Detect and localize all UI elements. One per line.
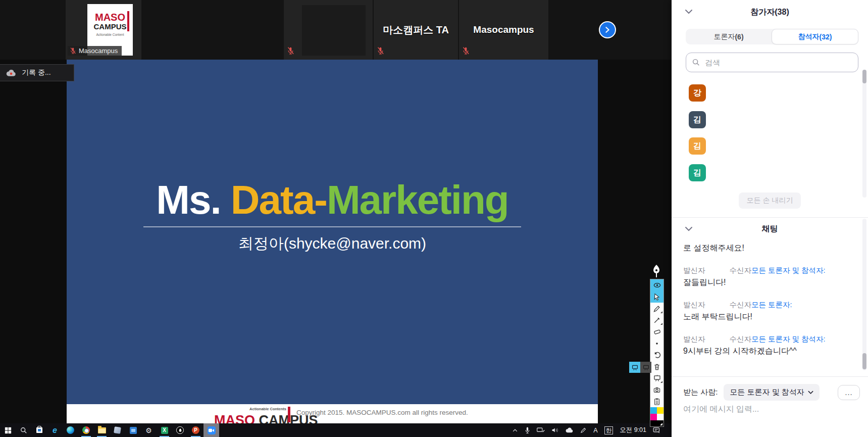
file-explorer-icon[interactable] [94, 423, 110, 437]
next-participants-button[interactable] [599, 21, 616, 38]
attendee-row[interactable]: 김 [689, 137, 706, 155]
tray-chevron-up-icon[interactable] [512, 427, 518, 433]
video-strip: MASO CAMPUS Actionable Content Masocampu… [0, 0, 672, 60]
chat-message-meta: 발신자 수신자 모든 토론자 및 참석자: [683, 265, 853, 276]
participant-name: Masocampus [79, 47, 118, 55]
chrome-icon[interactable] [78, 423, 94, 437]
lower-hands-row: 모든 손 내리기 [672, 192, 868, 209]
logo-tagline: Actionable Content [87, 33, 133, 36]
footer-logo-maso: MASO [214, 413, 255, 423]
whiteboard-option-active[interactable] [629, 362, 640, 373]
chat-message-list: 로 설정해주세요! 발신자 수신자 모든 토론자 및 참석자: 잘들립니다! 발… [683, 241, 853, 368]
chat-panel-title: 채팅 [672, 224, 868, 234]
slide-title-data: Data- [221, 177, 327, 222]
lower-all-hands-button[interactable]: 모든 손 내리기 [739, 192, 801, 209]
search-input[interactable] [704, 58, 852, 67]
whiteboard-tool[interactable] [650, 372, 663, 384]
excel-icon[interactable]: X [157, 423, 172, 437]
draw-pen-tool[interactable] [650, 303, 663, 314]
photos-app-icon[interactable] [125, 423, 141, 437]
mic-muted-icon [377, 46, 385, 56]
chat-message-text: 노래 부탁드립니다! [683, 310, 853, 323]
tray-pen-icon[interactable] [580, 427, 587, 433]
chat-compose-row: 받는 사람: 모든 토론자 및 참석자 … [683, 384, 860, 401]
3d-viewer-icon[interactable] [110, 423, 125, 437]
attendee-row[interactable]: 강 [689, 84, 706, 102]
windows-ink-icon[interactable] [172, 423, 188, 437]
mic-muted-icon [287, 46, 295, 56]
chat-more-button[interactable]: … [838, 385, 860, 400]
ime-latin-indicator[interactable]: A [593, 427, 597, 434]
attendee-row[interactable]: 김 [689, 111, 706, 128]
format-eye-tool[interactable] [650, 279, 663, 291]
video-tile-screen[interactable] [284, 0, 373, 60]
windows-taskbar: e ⚙ X P [0, 423, 672, 437]
chat-scrollbar[interactable] [862, 219, 866, 370]
recipient-dropdown-value: 모든 토론자 및 참석자 [730, 387, 804, 397]
footer-red-bar [288, 407, 290, 422]
recording-label: 기록 중... [22, 68, 51, 77]
slide-footer: Actionable Contents MASO CAMPUS Copyrigh… [67, 404, 598, 423]
taskbar-clock[interactable]: 오전 9:01 [620, 426, 646, 434]
tray-microphone-icon[interactable] [525, 427, 530, 434]
participant-name: Masocampus [459, 0, 548, 60]
notification-center-icon[interactable] [653, 427, 660, 433]
chat-recipient: 모든 토론자: [751, 299, 792, 310]
tray-tablet-pen-icon[interactable] [537, 427, 545, 433]
footer-tagline: Actionable Contents [223, 407, 286, 411]
ime-korean-indicator[interactable]: 한 [604, 426, 614, 434]
chat-message-text: 잘들립니다! [683, 276, 853, 289]
participants-scrollbar[interactable] [862, 70, 866, 198]
mouse-cursor-tool[interactable] [650, 291, 663, 303]
settings-gear-icon[interactable]: ⚙ [141, 423, 157, 437]
trash-tool[interactable] [650, 361, 663, 372]
zoom-app-icon[interactable] [203, 423, 219, 437]
recipient-dropdown[interactable]: 모든 토론자 및 참석자 [724, 384, 820, 401]
logo-text-maso: MASO [87, 12, 133, 22]
participant-name-label: Masocampus [68, 46, 122, 56]
clipboard-tool[interactable] [650, 396, 663, 407]
tab-panelists[interactable]: 토론자(6) [686, 29, 772, 44]
dot-size-tool[interactable] [650, 337, 663, 349]
participant-search-box [686, 53, 858, 72]
powerpoint-icon[interactable]: P [188, 423, 203, 437]
chat-input-placeholder[interactable]: 여기에 메시지 입력... [683, 404, 759, 415]
color-swatch-black[interactable] [650, 420, 663, 426]
edge-icon[interactable] [63, 423, 78, 437]
tab-attendees[interactable]: 참석자(32) [772, 29, 858, 44]
video-tile-masocampus-logo[interactable]: MASO CAMPUS Actionable Content Masocampu… [66, 0, 141, 60]
color-swatch-yellow[interactable] [657, 407, 663, 414]
spotlight-pen-icon[interactable] [651, 264, 661, 277]
color-swatch-cyan[interactable] [650, 407, 657, 414]
slide-title-marketing: Marketing [327, 177, 508, 222]
undo-tool[interactable] [650, 349, 663, 361]
color-swatch-magenta[interactable] [650, 414, 657, 420]
tray-speaker-icon[interactable] [551, 427, 559, 433]
chat-message: 로 설정해주세요! [683, 241, 853, 255]
video-tile-ta[interactable]: 마소캠퍼스 TA [374, 0, 458, 60]
internet-explorer-icon[interactable]: e [47, 423, 63, 437]
participants-tabs: 토론자(6) 참석자(32) [686, 29, 858, 44]
slide-title-ms: Ms. [156, 177, 220, 222]
attendee-row[interactable]: 김 [689, 164, 706, 181]
start-button[interactable] [0, 423, 16, 437]
avatar: 김 [693, 115, 701, 125]
taskbar-search-icon[interactable] [16, 423, 31, 437]
eraser-tool[interactable] [650, 326, 663, 337]
meeting-sidebar: 참가자(38) 토론자(6) 참석자(32) 강 김 김 김 모든 손 내리기 [672, 0, 868, 437]
microsoft-store-icon[interactable] [31, 423, 47, 437]
logo-red-bar [127, 11, 129, 31]
chat-message: 발신자 수신자 모든 토론자 및 참석자: 9시부터 강의 시작하겠습니다^^ [683, 333, 853, 358]
whiteboard-flyout [629, 362, 651, 373]
camera-capture-tool[interactable] [650, 384, 663, 396]
tray-onedrive-cloud-icon[interactable] [566, 427, 574, 433]
line-tool[interactable] [650, 314, 663, 326]
video-tile-masocampus[interactable]: Masocampus [459, 0, 548, 60]
tab-label: 참석자 [798, 32, 820, 41]
whiteboard-option-inactive[interactable] [640, 362, 651, 373]
chevron-down-icon [808, 391, 813, 395]
color-palette[interactable] [650, 407, 663, 426]
send-to-label: 받는 사람: [683, 387, 718, 397]
chat-message-meta: 발신자 수신자 모든 토론자 및 참석자: [683, 333, 853, 345]
chevron-right-icon [604, 26, 611, 33]
